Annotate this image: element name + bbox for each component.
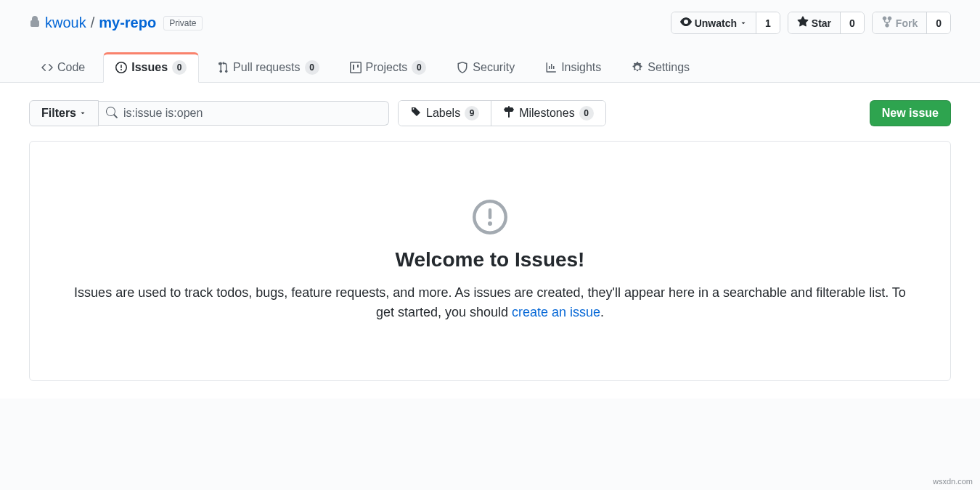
milestones-label: Milestones bbox=[519, 107, 574, 120]
tag-icon bbox=[410, 106, 422, 121]
tab-projects-count: 0 bbox=[412, 60, 426, 75]
tab-pulls-count: 0 bbox=[305, 60, 319, 75]
fork-count[interactable]: 0 bbox=[926, 12, 950, 33]
tab-issues[interactable]: Issues 0 bbox=[103, 52, 199, 83]
tab-security[interactable]: Security bbox=[444, 52, 527, 83]
labels-button[interactable]: Labels 9 bbox=[399, 101, 491, 126]
repo-tabs: Code Issues 0 Pull requests 0 Projects 0… bbox=[29, 52, 951, 82]
tab-security-label: Security bbox=[473, 61, 515, 74]
tab-projects[interactable]: Projects 0 bbox=[338, 52, 439, 83]
repo-link[interactable]: my-repo bbox=[99, 15, 156, 31]
watch-group: Unwatch 1 bbox=[671, 12, 780, 34]
issue-large-icon bbox=[73, 200, 907, 237]
create-issue-link[interactable]: create an issue bbox=[512, 305, 600, 319]
lock-icon bbox=[29, 15, 41, 31]
tab-pulls[interactable]: Pull requests 0 bbox=[205, 52, 332, 83]
tab-code[interactable]: Code bbox=[29, 52, 97, 83]
star-count[interactable]: 0 bbox=[840, 12, 864, 33]
labels-count: 9 bbox=[465, 106, 479, 121]
tab-insights[interactable]: Insights bbox=[533, 52, 613, 83]
star-button[interactable]: Star bbox=[788, 12, 840, 33]
blankslate: Welcome to Issues! Issues are used to tr… bbox=[29, 141, 951, 381]
milestones-button[interactable]: Milestones 0 bbox=[491, 101, 605, 126]
shield-icon bbox=[457, 62, 468, 73]
star-group: Star 0 bbox=[788, 12, 865, 34]
unwatch-label: Unwatch bbox=[695, 17, 737, 29]
watch-count[interactable]: 1 bbox=[756, 12, 780, 33]
filters-button[interactable]: Filters bbox=[29, 100, 99, 126]
new-issue-button[interactable]: New issue bbox=[870, 100, 951, 126]
blankslate-title: Welcome to Issues! bbox=[73, 248, 907, 271]
graph-icon bbox=[545, 62, 557, 73]
milestones-count: 0 bbox=[579, 106, 594, 121]
blankslate-text-b: . bbox=[600, 305, 604, 319]
search-input[interactable] bbox=[99, 101, 389, 126]
fork-label: Fork bbox=[896, 17, 918, 29]
privacy-badge: Private bbox=[163, 16, 202, 30]
star-label: Star bbox=[812, 17, 831, 29]
blankslate-text-a: Issues are used to track todos, bugs, fe… bbox=[74, 285, 906, 319]
unwatch-button[interactable]: Unwatch bbox=[671, 12, 756, 33]
fork-group: Fork 0 bbox=[872, 12, 951, 34]
tab-code-label: Code bbox=[57, 61, 85, 74]
breadcrumb: kwouk / my-repo Private bbox=[29, 15, 203, 31]
pull-request-icon bbox=[217, 62, 229, 73]
issue-icon bbox=[115, 62, 127, 73]
project-icon bbox=[350, 62, 362, 73]
code-icon bbox=[41, 62, 53, 73]
filters-label: Filters bbox=[41, 107, 76, 120]
fork-button: Fork bbox=[873, 12, 926, 33]
milestone-icon bbox=[503, 106, 515, 121]
owner-link[interactable]: kwouk bbox=[45, 15, 86, 31]
tab-settings-label: Settings bbox=[648, 61, 690, 74]
tab-settings[interactable]: Settings bbox=[619, 52, 702, 83]
tab-issues-label: Issues bbox=[131, 61, 168, 74]
fork-icon bbox=[881, 16, 893, 30]
labels-label: Labels bbox=[426, 107, 460, 120]
star-icon bbox=[797, 16, 809, 30]
caret-down-icon bbox=[740, 17, 747, 29]
search-icon bbox=[106, 107, 118, 121]
tab-projects-label: Projects bbox=[366, 61, 408, 74]
tab-issues-count: 0 bbox=[172, 60, 187, 75]
blankslate-body: Issues are used to track todos, bugs, fe… bbox=[73, 283, 907, 322]
eye-icon bbox=[680, 16, 692, 30]
breadcrumb-separator: / bbox=[91, 15, 95, 31]
tab-pulls-label: Pull requests bbox=[233, 61, 301, 74]
caret-down-icon bbox=[79, 107, 86, 120]
gear-icon bbox=[632, 62, 643, 73]
tab-insights-label: Insights bbox=[561, 61, 601, 74]
